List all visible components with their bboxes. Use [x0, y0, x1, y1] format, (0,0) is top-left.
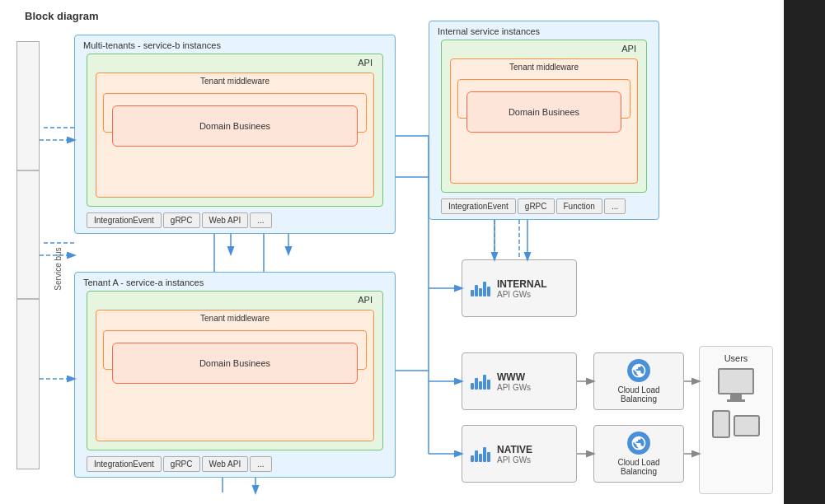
bar2w — [475, 378, 478, 390]
tab-more-1: ... — [250, 212, 271, 228]
bar3w — [479, 381, 482, 390]
tab-function: Function — [556, 198, 602, 214]
tenant-a-api-label: API — [358, 295, 373, 305]
tenant-a-middleware-label: Tenant middleware — [200, 314, 270, 323]
diagram-container: Block diagram Service bus Multi-tenants … — [0, 0, 825, 504]
internal-api-gw-text: INTERNAL API GWs — [497, 278, 547, 299]
multi-tenant-box: Multi-tenants - service-b instances API … — [74, 35, 396, 234]
internal-api-gw-sub: API GWs — [497, 290, 547, 299]
internal-middleware-label: Tenant middleware — [509, 63, 579, 72]
native-api-gw-name: NATIVE — [497, 444, 532, 455]
tab-grpc-2: gRPC — [518, 198, 555, 214]
www-api-gw-bars — [471, 373, 490, 390]
bar2n — [475, 450, 478, 462]
multi-tenant-tabs: IntegrationEvent gRPC Web API ... — [87, 212, 272, 228]
mobile-tablet-user-icon — [706, 410, 766, 438]
clb-www-icon — [627, 359, 650, 382]
clb-native-icon — [627, 432, 650, 455]
service-bus-bar: Service bus — [16, 41, 40, 469]
multi-tenant-middleware-box: Tenant middleware Authentication/ Author… — [96, 72, 374, 198]
www-api-gw-sub: API GWs — [497, 383, 531, 392]
tab-integration-event-3: IntegrationEvent — [87, 456, 162, 472]
internal-api-gw-name: INTERNAL — [497, 278, 547, 290]
multi-tenant-api-box: API Tenant middleware Authentication/ Au… — [87, 54, 383, 207]
multi-tenant-auth-box: Authentication/ Authorization ... Domain… — [103, 93, 367, 133]
tenant-a-middleware-box: Tenant middleware Authentication/ Author… — [96, 310, 374, 441]
right-panel — [784, 0, 825, 504]
internal-api-gw-icon — [471, 280, 490, 296]
tab-webapi-1: Web API — [202, 212, 249, 228]
tenant-a-api-box: API Tenant middleware Authentication/ Au… — [87, 291, 383, 450]
tenant-a-auth-box: Authentication/ Authorization ... Domain… — [103, 330, 367, 370]
tenant-a-tabs: IntegrationEvent gRPC Web API ... — [87, 456, 272, 472]
users-label: Users — [706, 353, 766, 363]
bar1w — [471, 383, 474, 390]
bar5w — [487, 380, 490, 390]
service-bus-label: Service bus — [54, 247, 63, 290]
tab-integration-event-1: IntegrationEvent — [87, 212, 162, 228]
internal-domain-label: Domain Businees — [509, 107, 579, 117]
bar1n — [471, 455, 474, 462]
tablet-device-icon — [734, 415, 760, 436]
tab-grpc-1: gRPC — [163, 212, 200, 228]
tenant-a-label: Tenant A - service-a instances — [83, 278, 204, 287]
users-box: Users — [699, 346, 773, 494]
monitor-base — [727, 399, 745, 402]
clb-native-box: Cloud Load Balancing — [593, 425, 684, 483]
internal-domain-box: Domain Businees — [466, 91, 621, 133]
native-api-gw-icon — [471, 446, 490, 462]
internal-tabs: IntegrationEvent gRPC Function ... — [441, 198, 626, 214]
clb-native-label: Cloud Load Balancing — [602, 458, 675, 476]
multi-tenant-domain-box: Domain Businees — [112, 105, 358, 147]
internal-api-gw-bars — [471, 280, 490, 296]
www-api-gw-name: WWW — [497, 371, 531, 383]
www-api-gw-box: WWW API GWs — [462, 352, 577, 410]
monitor-user-icon — [706, 368, 766, 402]
bar5 — [487, 287, 490, 296]
bar5n — [487, 452, 490, 462]
multi-tenant-label: Multi-tenants - service-b instances — [83, 40, 221, 50]
multi-tenant-middleware-label: Tenant middleware — [200, 77, 270, 86]
tab-integration-event-2: IntegrationEvent — [441, 198, 516, 214]
internal-auth-box: Authentication/ Authorization ... Domain… — [457, 79, 630, 119]
internal-api-box: API Tenant middleware Authentication/ Au… — [441, 40, 647, 193]
www-api-gw-icon — [471, 373, 490, 390]
internal-service-box: Internal service instances API Tenant mi… — [429, 21, 659, 220]
bar4n — [483, 447, 486, 462]
bar4w — [483, 375, 486, 390]
tab-more-2: ... — [604, 198, 626, 214]
native-api-gw-box: NATIVE API GWs — [462, 425, 577, 483]
tenant-a-domain-label: Domain Businees — [199, 358, 270, 368]
tenant-a-domain-box: Domain Businees — [112, 343, 358, 384]
internal-middleware-box: Tenant middleware Authentication/ Author… — [450, 58, 638, 184]
tab-webapi-3: Web API — [202, 456, 249, 472]
www-api-gw-text: WWW API GWs — [497, 371, 531, 392]
page-title: Block diagram — [25, 10, 99, 22]
clb-www-box: Cloud Load Balancing — [593, 352, 684, 410]
bar1 — [471, 290, 474, 296]
monitor-screen — [718, 368, 754, 394]
tab-grpc-3: gRPC — [163, 456, 200, 472]
tenant-a-box: Tenant A - service-a instances API Tenan… — [74, 272, 396, 478]
tab-more-3: ... — [250, 456, 271, 472]
internal-service-label: Internal service instances — [438, 26, 540, 36]
mobile-device-icon — [712, 410, 730, 438]
internal-api-label: API — [621, 44, 636, 54]
bar3 — [479, 288, 482, 296]
native-api-gw-sub: API GWs — [497, 455, 532, 464]
multi-tenant-api-label: API — [358, 58, 373, 68]
bar3n — [479, 454, 482, 462]
bar4 — [483, 282, 486, 296]
native-api-gw-bars — [471, 446, 490, 462]
bar2 — [475, 285, 478, 296]
internal-api-gw-box: INTERNAL API GWs — [462, 259, 577, 317]
clb-www-label: Cloud Load Balancing — [602, 385, 675, 404]
multi-tenant-domain-label: Domain Businees — [199, 121, 270, 131]
native-api-gw-text: NATIVE API GWs — [497, 444, 532, 464]
